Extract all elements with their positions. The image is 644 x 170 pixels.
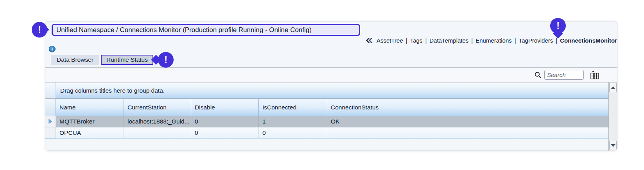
nav-separator: | bbox=[515, 37, 516, 44]
column-chooser-icon[interactable] bbox=[590, 70, 599, 80]
grid-empty-area bbox=[45, 139, 608, 150]
page-title-text: Unified Namespace / Connections Monitor … bbox=[56, 26, 312, 34]
tab-alert-badge: ! bbox=[158, 52, 174, 68]
cell-currentstation[interactable]: localhost;1883;_Guid... bbox=[124, 116, 191, 127]
arrow-down-icon bbox=[611, 144, 615, 147]
nav-item-datatemplates[interactable]: DataTemplates bbox=[429, 37, 468, 44]
tags-icon bbox=[365, 38, 374, 43]
search-icon bbox=[535, 72, 541, 78]
table-row-mqttbroker[interactable]: MQTTBroker localhost;1883;_Guid... 0 1 O… bbox=[45, 116, 608, 127]
column-header-name[interactable]: Name bbox=[56, 99, 124, 116]
exclamation-icon: ! bbox=[164, 55, 167, 65]
column-header-disable[interactable]: Disable bbox=[191, 99, 259, 116]
grid-toolbar bbox=[45, 68, 617, 82]
column-header-currentstation[interactable]: CurrentStation bbox=[124, 99, 191, 116]
row-selected-indicator bbox=[45, 116, 56, 127]
scroll-up-button[interactable] bbox=[609, 83, 617, 92]
info-icon[interactable]: i bbox=[49, 46, 56, 52]
row-indicator bbox=[45, 127, 56, 139]
column-header-isconnected[interactable]: IsConnected bbox=[259, 99, 327, 116]
group-hint-text: Drag columns titles here to group data. bbox=[60, 87, 165, 94]
nav-separator: | bbox=[406, 37, 407, 44]
exclamation-icon: ! bbox=[38, 25, 41, 35]
page-title: Unified Namespace / Connections Monitor … bbox=[52, 24, 360, 36]
tab-label: Data Browser bbox=[57, 56, 93, 63]
group-bar-corner bbox=[45, 82, 56, 98]
grid-content: Drag columns titles here to group data. … bbox=[45, 82, 608, 150]
cell-isconnected[interactable]: 1 bbox=[259, 116, 327, 127]
search-input[interactable] bbox=[544, 70, 584, 80]
scroll-down-button[interactable] bbox=[609, 141, 617, 150]
tab-data-browser[interactable]: Data Browser bbox=[51, 55, 99, 65]
cell-name[interactable]: OPCUA bbox=[56, 127, 124, 139]
runtime-status-grid: Drag columns titles here to group data. … bbox=[45, 67, 617, 150]
column-header-connectionstatus[interactable]: ConnectionStatus bbox=[327, 99, 608, 116]
nav-item-enumerations[interactable]: Enumerations bbox=[475, 37, 512, 44]
cell-connectionstatus[interactable]: OK bbox=[327, 116, 608, 127]
cell-connectionstatus[interactable] bbox=[327, 127, 608, 139]
nav-separator: | bbox=[556, 37, 557, 44]
nav-separator: | bbox=[471, 37, 473, 44]
nav-item-assettree[interactable]: AssetTree bbox=[377, 37, 403, 44]
table-row-opcua[interactable]: OPCUA 0 0 bbox=[45, 127, 608, 139]
cell-isconnected[interactable]: 0 bbox=[259, 127, 327, 139]
title-alert-badge: ! bbox=[32, 22, 47, 38]
nav-item-tagproviders[interactable]: TagProviders bbox=[519, 37, 553, 44]
nav-item-tags[interactable]: Tags bbox=[410, 37, 423, 44]
grid-header-row: Name CurrentStation Disable IsConnected … bbox=[45, 99, 608, 116]
cell-disable[interactable]: 0 bbox=[191, 116, 259, 127]
nav-separator: | bbox=[425, 37, 427, 44]
tab-label: Runtime Status bbox=[106, 56, 148, 63]
row-indicator-header bbox=[45, 99, 56, 116]
group-by-bar[interactable]: Drag columns titles here to group data. bbox=[45, 82, 608, 99]
row-arrow-icon bbox=[48, 119, 52, 124]
cell-currentstation[interactable] bbox=[124, 127, 191, 139]
breadcrumb-nav: AssetTree | Tags | DataTemplates | Enume… bbox=[365, 37, 617, 44]
tab-runtime-status[interactable]: Runtime Status bbox=[101, 55, 153, 65]
exclamation-icon: ! bbox=[556, 21, 560, 31]
cell-disable[interactable]: 0 bbox=[191, 127, 259, 139]
nav-item-connectionsmonitor[interactable]: ConnectionsMonitor bbox=[560, 37, 617, 44]
vertical-scrollbar[interactable] bbox=[608, 82, 617, 150]
menu-alert-badge: ! bbox=[550, 18, 566, 34]
arrow-up-icon bbox=[611, 86, 615, 89]
cell-name[interactable]: MQTTBroker bbox=[56, 116, 124, 127]
